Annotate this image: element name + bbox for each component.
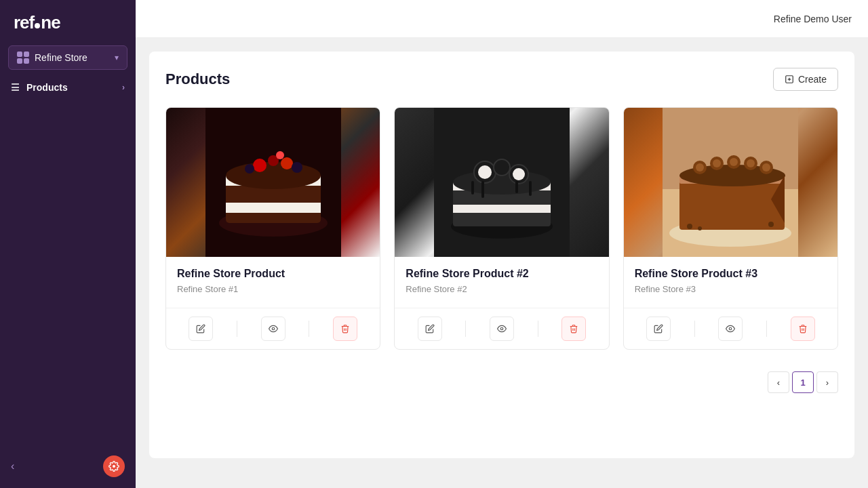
product-store-1: Refine Store #1 (177, 284, 369, 294)
product-image-3 (624, 108, 837, 257)
svg-point-31 (500, 327, 503, 330)
pagination: ‹ 1 › (165, 371, 838, 393)
edit-button-3[interactable] (646, 317, 671, 341)
svg-point-45 (747, 159, 755, 167)
svg-rect-20 (453, 205, 551, 213)
view-button-2[interactable] (490, 317, 514, 341)
edit-button-2[interactable] (418, 317, 442, 341)
svg-point-15 (272, 327, 275, 330)
svg-point-51 (768, 222, 774, 227)
user-name: Refine Demo User (774, 14, 852, 24)
product-store-3: Refine Store #3 (635, 284, 827, 294)
eye-icon (269, 324, 278, 333)
svg-point-50 (698, 226, 702, 230)
product-actions-2 (395, 308, 608, 349)
product-info-3: Refine Store Product #3 Refine Store #3 (624, 257, 837, 308)
divider (465, 321, 466, 337)
sidebar-item-label: Products (26, 82, 115, 93)
sidebar-item-products[interactable]: ☰ Products › (0, 75, 136, 100)
svg-point-12 (245, 164, 254, 174)
svg-point-11 (281, 157, 293, 169)
page-title: Products (165, 70, 230, 88)
svg-point-47 (762, 163, 770, 171)
main-content: Refine Demo User Products Create (136, 0, 868, 488)
delete-button-2[interactable] (561, 317, 586, 341)
pagination-next[interactable]: › (816, 371, 838, 393)
eye-icon (497, 324, 507, 333)
collapse-button[interactable]: ‹ (11, 460, 14, 472)
svg-point-9 (253, 159, 267, 172)
svg-point-43 (730, 158, 738, 166)
svg-rect-29 (515, 181, 518, 193)
product-actions-3 (624, 308, 837, 349)
delete-icon (340, 324, 350, 333)
product-name-2: Refine Store Product #2 (406, 268, 597, 280)
svg-point-41 (713, 159, 721, 167)
edit-button-1[interactable] (189, 317, 213, 341)
view-button-3[interactable] (718, 317, 743, 341)
logo-text: refne (14, 12, 60, 33)
store-name: Refine Store (35, 52, 109, 63)
eye-icon (726, 324, 735, 333)
svg-point-14 (276, 151, 284, 159)
delete-button-1[interactable] (333, 317, 357, 341)
svg-point-23 (478, 165, 492, 179)
store-selector[interactable]: Refine Store ▾ (8, 45, 127, 70)
svg-rect-30 (529, 181, 532, 196)
svg-point-39 (696, 163, 704, 171)
sidebar-bottom: ‹ (0, 445, 136, 488)
create-icon (785, 75, 794, 84)
product-image-2 (395, 108, 608, 257)
product-card: Refine Store Product #2 Refine Store #2 (394, 107, 609, 350)
view-button-1[interactable] (261, 317, 285, 341)
pagination-page-1[interactable]: 1 (792, 371, 814, 393)
divider (694, 321, 695, 337)
svg-point-49 (687, 224, 692, 229)
delete-icon (798, 324, 808, 333)
edit-icon (654, 324, 663, 333)
page-card: Products Create (149, 52, 854, 458)
product-info-2: Refine Store Product #2 Refine Store #2 (395, 257, 608, 308)
nav-arrow-icon: › (122, 83, 125, 92)
products-grid: Refine Store Product Refine Store #1 (165, 107, 838, 350)
edit-icon (196, 324, 205, 333)
delete-icon (569, 324, 578, 333)
create-button[interactable]: Create (773, 68, 838, 91)
product-actions-1 (166, 308, 380, 349)
product-store-2: Refine Store #2 (406, 284, 597, 294)
product-info-1: Refine Store Product Refine Store #1 (166, 257, 380, 308)
svg-rect-7 (226, 203, 321, 213)
svg-point-25 (513, 168, 525, 180)
edit-icon (425, 324, 435, 333)
page-header: Products Create (165, 68, 838, 91)
svg-point-13 (292, 162, 302, 173)
list-icon: ☰ (11, 82, 20, 93)
product-image-1 (166, 108, 380, 257)
delete-button-3[interactable] (791, 317, 815, 341)
pagination-prev[interactable]: ‹ (768, 371, 789, 393)
svg-rect-27 (471, 181, 474, 195)
svg-point-52 (730, 327, 732, 330)
product-card: Refine Store Product Refine Store #1 (165, 107, 380, 350)
product-name-3: Refine Store Product #3 (635, 268, 827, 280)
store-icon (17, 52, 29, 64)
svg-rect-28 (481, 181, 484, 198)
product-card: Refine Store Product #3 Refine Store #3 (623, 107, 838, 350)
topbar: Refine Demo User (136, 0, 868, 38)
sidebar: refne Refine Store ▾ ☰ Products › ‹ (0, 0, 136, 488)
divider (766, 321, 767, 337)
divider (237, 321, 237, 337)
logo-dot (35, 23, 40, 28)
product-name-1: Refine Store Product (177, 268, 369, 280)
chevron-down-icon: ▾ (115, 53, 119, 62)
svg-point-26 (494, 159, 510, 176)
divider (309, 321, 309, 337)
settings-icon[interactable] (103, 455, 125, 477)
content-area: Products Create (136, 38, 868, 488)
divider (538, 321, 538, 337)
logo-area: refne (0, 0, 136, 45)
